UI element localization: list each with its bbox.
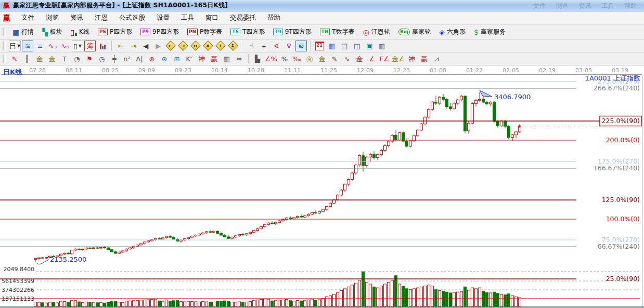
gann-clock-icon[interactable]: ◷ — [96, 53, 108, 64]
span-measure-icon[interactable]: ⇔ — [234, 53, 245, 64]
wave-angle-icon[interactable]: ∿ — [341, 53, 353, 64]
diamond-left-icon[interactable]: ← — [165, 41, 176, 51]
menu-item-帮助[interactable]: 帮助 — [262, 12, 286, 24]
toolbar-button-9p-square[interactable]: P99P四方形 — [136, 26, 183, 38]
toolbar-button-p-digit-table[interactable]: PNP数字表 — [183, 26, 226, 38]
menu-item-资讯[interactable]: 资讯 — [65, 12, 89, 24]
svg-text:02-19: 02-19 — [539, 67, 556, 74]
next-bar-icon[interactable]: ▶ — [152, 41, 164, 51]
diamond-ud-icon[interactable]: ↕ — [227, 41, 239, 51]
ying-line-icon[interactable]: 赢 — [419, 53, 430, 64]
info-panel-icon[interactable]: ≡ — [34, 41, 46, 51]
circle-cross-icon[interactable]: ⊕ — [146, 53, 158, 64]
wave-analysis-icon[interactable]: ≋ — [22, 41, 33, 51]
diamond-plus-icon[interactable]: + — [215, 41, 226, 51]
winner-wheel-label: 赢家轮 — [412, 28, 431, 36]
diamond-x-icon[interactable]: × — [202, 41, 214, 51]
time-ruler-icon[interactable]: ╫ — [21, 53, 33, 64]
menu-item-设置[interactable]: 设置 — [151, 12, 175, 24]
j-angle-icon[interactable]: ∠ — [366, 53, 378, 64]
toolbar-button-9t-square[interactable]: T99T四方形 — [269, 26, 315, 38]
menu-logo-icon[interactable]: 赢 — [3, 14, 10, 23]
wave9-icon[interactable]: ∿₉ — [59, 41, 71, 51]
menu-item-文件[interactable]: 文件 — [16, 12, 40, 24]
angle-measure-icon[interactable]: ∢ — [271, 41, 282, 51]
prev-bar-icon[interactable]: ◀ — [140, 41, 151, 51]
menu-bar: 赢 文件浏览资讯江恩公式选股设置工具窗口交易委托帮助 — [0, 11, 644, 25]
period-day-button[interactable]: 日▼ — [9, 41, 21, 51]
toolbar-button-sectors[interactable]: ▚板块 — [38, 26, 67, 38]
gold-level-icon[interactable]: 金 — [316, 53, 328, 64]
gold-red-icon[interactable]: 金 — [354, 53, 365, 64]
menu-item-交易委托[interactable]: 交易委托 — [224, 12, 262, 24]
toolbar-button-gann-wheel[interactable]: ◎江恩轮 — [359, 26, 394, 38]
cycle-tool-icon[interactable]: ☯ — [295, 41, 307, 51]
slope-percent-icon[interactable]: ∠% — [264, 53, 278, 64]
wave3-icon[interactable]: ∿₃ — [47, 41, 58, 51]
toolbar-button-quotes[interactable]: ▦行情 — [8, 26, 38, 38]
first-bar-icon[interactable]: ⇤ — [115, 41, 126, 51]
menu-item-工具[interactable]: 工具 — [175, 12, 200, 24]
k-angle-icon[interactable]: K″ — [184, 53, 195, 64]
toolbar-button-t-digit-table[interactable]: TNT数字表 — [316, 26, 359, 38]
candle-style-button[interactable]: ▯▼ — [72, 41, 83, 51]
svg-text:187151133: 187151133 — [2, 296, 34, 302]
toolbar-button-winner-service[interactable]: $赢家服务 — [470, 26, 510, 38]
spiral-tool-icon[interactable]: ◔ — [71, 53, 83, 64]
crosshair-icon[interactable]: ＋ — [258, 41, 269, 51]
histogram-icon[interactable] — [97, 41, 108, 51]
menu-item-窗口[interactable]: 窗口 — [200, 12, 224, 24]
percent-icon[interactable]: % — [279, 53, 290, 64]
ink-pen-icon[interactable]: ✎ — [329, 53, 340, 64]
shen-tool-icon[interactable]: 神 — [196, 53, 208, 64]
n-square-icon[interactable]: n² — [121, 53, 133, 64]
winner-service-icon: $ — [474, 29, 479, 36]
pan-hand-icon[interactable]: ☝ — [246, 41, 257, 51]
gold-circle-icon[interactable]: ㊎ — [304, 53, 315, 64]
toolbar-button-t-square[interactable]: TST四方形 — [226, 26, 269, 38]
permille-icon[interactable]: ‰ — [291, 53, 303, 64]
marker-brush-icon[interactable]: ⚑ — [84, 53, 95, 64]
calendar-icon[interactable]: 21 — [314, 41, 325, 51]
panel-layout-icon[interactable]: ▙ — [252, 53, 263, 64]
menu-item-公式选股[interactable]: 公式选股 — [113, 12, 151, 24]
calculator-icon[interactable]: ▦ — [326, 41, 338, 51]
compass-tool-icon[interactable]: ✎ — [9, 53, 20, 64]
gann-line-layer — [0, 82, 640, 299]
last-bar-icon[interactable]: ⇥ — [127, 41, 139, 51]
toolbar-button-winner-wheel[interactable]: Big赢家轮 — [394, 26, 435, 38]
toolbar-grip[interactable] — [3, 42, 6, 50]
kline-chart[interactable]: 07-2808-1108-2509-0909-2310-1410-2811-11… — [0, 65, 644, 307]
diamond-right-icon[interactable]: → — [177, 41, 189, 51]
toolbar-grip[interactable] — [3, 55, 6, 63]
chart-area[interactable]: 07-2808-1108-2509-0909-2310-1410-2811-11… — [0, 65, 644, 308]
toolbar-grip[interactable] — [3, 28, 6, 36]
notepad-icon[interactable]: ▤ — [339, 41, 350, 51]
toolbar-button-hexagon[interactable]: ◈六角形 — [435, 26, 470, 38]
toolbar-button-kline[interactable]: K线 — [67, 26, 94, 38]
f-ruler-icon[interactable]: Ŧ — [59, 53, 70, 64]
toolbar-separator — [310, 41, 311, 50]
diamond-lr-icon[interactable]: ↔ — [190, 41, 201, 51]
toolbar-button-p-square[interactable]: PSP四方形 — [94, 26, 136, 38]
gold-angle-icon[interactable]: 金∠ — [391, 53, 405, 64]
gold-square-icon[interactable]: 金 — [34, 53, 45, 64]
shen-line-icon[interactable]: 神 — [406, 53, 418, 64]
f-angle-icon[interactable]: F∠ — [379, 53, 390, 64]
mirror-line-icon[interactable]: A| — [134, 53, 145, 64]
gold-square2-icon[interactable]: 金 — [46, 53, 58, 64]
network-icon[interactable]: ▣ — [364, 41, 375, 51]
ying-tool-icon[interactable]: 赢 — [209, 53, 220, 64]
menu-item-江恩[interactable]: 江恩 — [89, 12, 113, 24]
save-icon[interactable]: ◫ — [351, 41, 363, 51]
tri-line-icon[interactable]: ⊿ — [431, 53, 443, 64]
computer-icon[interactable]: ▥ — [376, 41, 388, 51]
grid-ruler-icon[interactable]: ╪ — [109, 53, 120, 64]
menu-item-浏览[interactable]: 浏览 — [40, 12, 65, 24]
star-wheel-icon[interactable]: ⊛ — [159, 53, 170, 64]
price-grid-icon[interactable]: ▦ — [221, 53, 233, 64]
gann-tool-icon[interactable]: ♆ — [283, 41, 294, 51]
square-wheel-icon[interactable]: ⊞ — [171, 53, 183, 64]
chips-icon[interactable]: 筹 — [84, 41, 96, 51]
kline-icon — [71, 29, 77, 36]
